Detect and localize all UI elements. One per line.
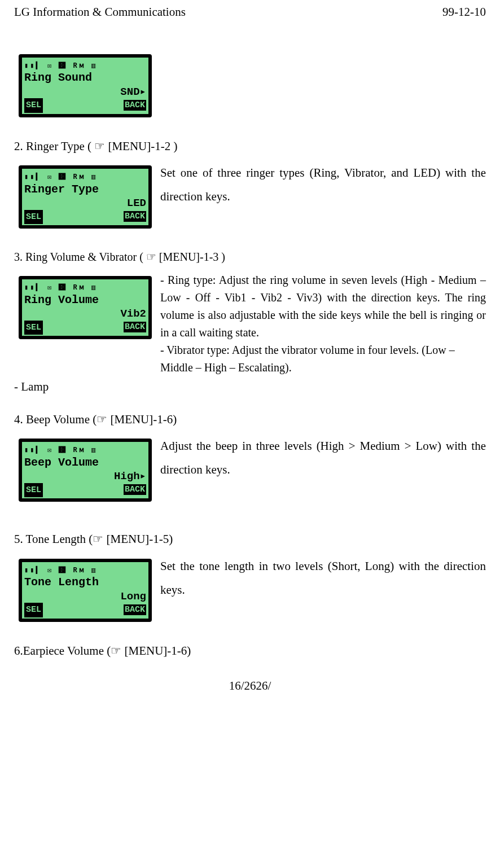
lcd-title: Ring Volume [24,295,146,306]
back-button: BACK [124,484,146,495]
lcd-title: Ringer Type [24,184,146,195]
lcd-ring-volume: ▮▮▍ ✉ 🅳 Rᴍ ▥ Ring Volume SEL Vib2 BACK [19,276,152,339]
lamp-text: - Lamp [14,378,486,396]
lcd-value: High▸ [114,472,146,481]
back-button: BACK [124,604,146,615]
lcd-value: SND▸ [120,87,146,97]
lcd-ringer-type: ▮▮▍ ✉ 🅳 Rᴍ ▥ Ringer Type SEL LED BACK [19,165,152,229]
lcd-ring-sound: ▮▮▍ ✉ 🅳 Rᴍ ▥ Ring Sound SEL SND▸ BACK [19,54,152,117]
lcd-value: Vib2 [120,309,146,319]
lcd-value: LED [124,199,146,208]
ringer-type-heading: 2. Ringer Type ( ☞ [MENU]-1-2 ) [14,137,486,156]
beep-volume-heading: 4. Beep Volume (☞ [MENU]-1-6) [14,410,486,429]
page-footer: 16/2626/ [14,677,486,695]
back-button: BACK [124,322,146,332]
status-bar: ▮▮▍ ✉ 🅳 Rᴍ ▥ [24,172,146,183]
ring-volume-text2: - Vibrator type: Adjust the vibrator vol… [160,341,486,376]
lcd-title: Beep Volume [24,457,146,468]
lcd-tone-length: ▮▮▍ ✉ 🅳 Rᴍ ▥ Tone Length SEL Long BACK [19,559,152,622]
earpiece-volume-heading: 6.Earpiece Volume (☞ [MENU]-1-6) [14,642,486,660]
status-bar: ▮▮▍ ✉ 🅳 Rᴍ ▥ [24,565,146,576]
ring-volume-text1: - Ring type: Adjust the ring volume in s… [160,271,486,341]
lcd-title: Ring Sound [24,72,146,84]
status-bar: ▮▮▍ ✉ 🅳 Rᴍ ▥ [24,283,146,293]
tone-length-heading: 5. Tone Length (☞ [MENU]-1-5) [14,530,486,549]
header-right: 99-12-10 [442,3,486,21]
ringer-type-text: Set one of three ringer types (Ring, Vib… [160,161,486,208]
sel-button: SEL [24,603,43,617]
sel-button: SEL [24,98,43,112]
ring-volume-heading: 3. Ring Volume & Vibrator ( ☞ [MENU]-1-3… [14,248,486,266]
sel-button: SEL [24,210,43,224]
beep-volume-text: Adjust the beep in three levels (High > … [160,434,486,481]
back-button: BACK [124,100,146,111]
sel-button: SEL [24,483,43,497]
lcd-value: Long [120,592,146,602]
page-header: LG Information & Communications 99-12-10 [14,0,486,50]
status-bar: ▮▮▍ ✉ 🅳 Rᴍ ▥ [24,61,146,72]
header-left: LG Information & Communications [14,3,186,21]
tone-length-text: Set the tone length in two levels (Short… [160,554,486,602]
status-bar: ▮▮▍ ✉ 🅳 Rᴍ ▥ [24,445,146,456]
lcd-title: Tone Length [24,577,146,588]
lcd-beep-volume: ▮▮▍ ✉ 🅳 Rᴍ ▥ Beep Volume SEL High▸ BACK [19,439,152,502]
sel-button: SEL [24,321,43,335]
back-button: BACK [124,211,146,222]
